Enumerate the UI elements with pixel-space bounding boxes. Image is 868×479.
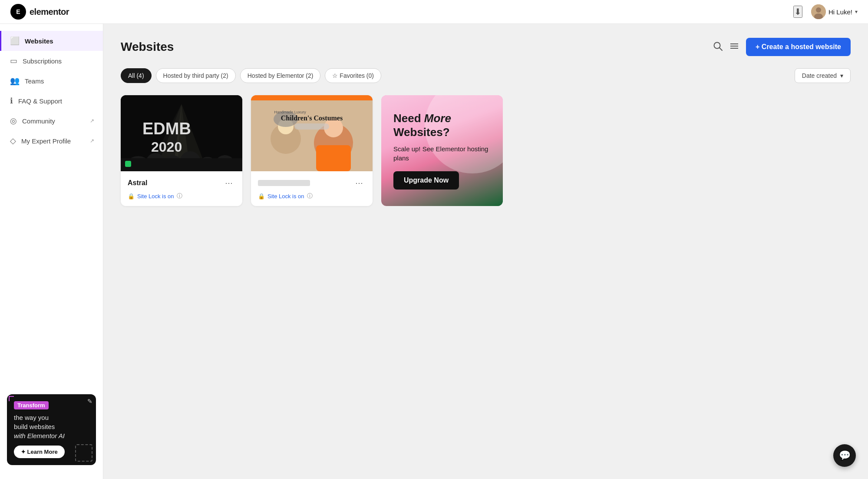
lock-icon-costumes: 🔒 [258, 193, 265, 200]
sidebar-label-teams: Teams [25, 77, 94, 85]
info-icon-astral[interactable]: ⓘ [177, 192, 182, 200]
website-card-astral[interactable]: EDMB 2020 Astral ⋯ 🔒 Site Lock is on ⓘ [121, 95, 242, 206]
external-link-icon: ↗ [90, 118, 94, 124]
upgrade-card[interactable]: Need MoreWebsites? Scale up! See Element… [381, 95, 503, 206]
subscriptions-icon: ▭ [10, 56, 17, 66]
community-icon: ◎ [10, 116, 17, 126]
card-body-astral: Astral ⋯ 🔒 Site Lock is on ⓘ [121, 171, 242, 206]
download-button[interactable]: ⬇ [793, 6, 802, 18]
logo-icon: E [10, 4, 26, 20]
sidebar-label-faq: FAQ & Support [18, 97, 94, 105]
card-title-astral: Astral [128, 179, 147, 187]
teams-icon: 👥 [10, 76, 20, 86]
page-header: Websites + Create a hosted website [121, 38, 851, 56]
upgrade-heading: Need MoreWebsites? [393, 112, 491, 139]
upgrade-subtext: Scale up! See Elementor hosting plans [393, 144, 491, 163]
sidebar-label-subscriptions: Subscriptions [23, 57, 94, 65]
lock-icon: 🔒 [128, 193, 135, 200]
sidebar-item-community[interactable]: ◎ Community ↗ [0, 111, 103, 131]
top-header: E elementor ⬇ Hi Luke! ▾ [0, 0, 868, 24]
card-title-row-costumes: ⋯ [258, 177, 366, 189]
svg-rect-29 [316, 145, 351, 171]
sidebar-label-community: Community [22, 117, 85, 125]
sidebar-item-faq[interactable]: ℹ FAQ & Support [0, 91, 103, 111]
info-icon-costumes[interactable]: ⓘ [307, 192, 313, 200]
sort-chevron-icon: ▾ [840, 72, 843, 79]
faq-icon: ℹ [10, 96, 13, 106]
app-layout: ⬜ Websites ▭ Subscriptions 👥 Teams ℹ FAQ… [0, 0, 868, 479]
websites-grid: EDMB 2020 Astral ⋯ 🔒 Site Lock is on ⓘ [121, 95, 851, 206]
list-view-button[interactable] [729, 41, 739, 53]
sidebar-item-expert-profile[interactable]: ◇ My Expert Profile ↗ [0, 131, 103, 151]
promo-tag: Transform [14, 401, 49, 409]
promo-corner-decoration [9, 396, 14, 401]
card-thumbnail-costumes: Handmade Luxury Children's Costumes [251, 95, 373, 171]
card-menu-button-costumes[interactable]: ⋯ [353, 177, 366, 189]
svg-line-4 [719, 48, 722, 50]
svg-text:Handmade Luxury: Handmade Luxury [274, 110, 306, 114]
username: Hi Luke! [828, 8, 852, 16]
sort-label: Date created [802, 72, 837, 79]
filter-all[interactable]: All (4) [121, 68, 152, 83]
user-menu[interactable]: Hi Luke! ▾ [811, 4, 858, 19]
filter-third-party[interactable]: Hosted by third party (2) [156, 68, 236, 83]
chevron-down-icon: ▾ [855, 9, 858, 15]
card-title-row-astral: Astral ⋯ [128, 177, 235, 189]
site-lock-costumes: 🔒 Site Lock is on ⓘ [258, 192, 366, 200]
search-button[interactable] [713, 41, 723, 53]
sidebar-item-websites[interactable]: ⬜ Websites [0, 31, 103, 51]
site-lock-text-astral: Site Lock is on [137, 193, 174, 200]
filter-favorites[interactable]: ☆ Favorites (0) [325, 68, 381, 83]
astral-status-dot [125, 161, 131, 167]
chat-bubble[interactable]: 💬 [833, 444, 856, 467]
costumes-thumbnail-image: Handmade Luxury Children's Costumes [251, 95, 373, 171]
promo-corner-br [75, 444, 92, 462]
upgrade-now-button[interactable]: Upgrade Now [393, 171, 459, 190]
logo[interactable]: E elementor [10, 4, 69, 20]
svg-text:Children's Costumes: Children's Costumes [281, 114, 343, 122]
card-title-redacted-costumes [258, 180, 310, 186]
avatar-image [811, 4, 826, 19]
logo-letter: E [16, 8, 20, 15]
upgrade-card-content: Need MoreWebsites? Scale up! See Element… [393, 112, 491, 189]
page-title: Websites [121, 40, 174, 54]
logo-text: elementor [30, 7, 69, 17]
astral-thumbnail-image: EDMB 2020 [121, 95, 242, 171]
promo-edit-icon[interactable]: ✎ [87, 398, 92, 405]
svg-rect-22 [251, 95, 373, 171]
header-actions: + Create a hosted website [713, 38, 851, 56]
promo-text: the way youbuild websiteswith Elementor … [14, 413, 89, 440]
header-right: ⬇ Hi Luke! ▾ [793, 4, 858, 19]
sidebar-promo: ✎ Transform the way youbuild websiteswit… [0, 387, 103, 472]
main-content: Websites + Create a hosted website [103, 24, 868, 479]
chat-icon: 💬 [839, 450, 851, 461]
expert-icon: ◇ [10, 136, 16, 146]
promo-card[interactable]: ✎ Transform the way youbuild websiteswit… [7, 394, 96, 465]
svg-rect-32 [294, 123, 329, 130]
learn-more-button[interactable]: ✦ Learn More [14, 446, 65, 458]
sidebar-item-teams[interactable]: 👥 Teams [0, 71, 103, 91]
website-icon: ⬜ [10, 36, 20, 46]
sidebar-item-subscriptions[interactable]: ▭ Subscriptions [0, 51, 103, 71]
sidebar-label-websites: Websites [25, 37, 94, 45]
svg-text:2020: 2020 [151, 139, 182, 155]
filter-elementor-hosted[interactable]: Hosted by Elementor (2) [240, 68, 321, 83]
list-view-icon [729, 41, 739, 51]
svg-rect-19 [121, 158, 242, 171]
website-card-costumes[interactable]: Handmade Luxury Children's Costumes ⋯ 🔒 … [251, 95, 373, 206]
external-link-icon-expert: ↗ [90, 138, 94, 144]
sort-dropdown[interactable]: Date created ▾ [795, 68, 851, 83]
site-lock-astral: 🔒 Site Lock is on ⓘ [128, 192, 235, 200]
avatar [811, 4, 826, 19]
site-lock-text-costumes: Site Lock is on [267, 193, 304, 200]
promo-text-italic: with Elementor AI [14, 432, 65, 439]
filter-row: All (4) Hosted by third party (2) Hosted… [121, 68, 851, 83]
svg-text:EDMB: EDMB [142, 120, 191, 138]
sidebar: ⬜ Websites ▭ Subscriptions 👥 Teams ℹ FAQ… [0, 24, 103, 479]
card-menu-button-astral[interactable]: ⋯ [222, 177, 235, 189]
svg-rect-23 [251, 95, 373, 100]
card-thumbnail-astral: EDMB 2020 [121, 95, 242, 171]
svg-point-1 [816, 7, 821, 13]
card-body-costumes: ⋯ 🔒 Site Lock is on ⓘ [251, 171, 373, 206]
create-website-button[interactable]: + Create a hosted website [746, 38, 851, 56]
